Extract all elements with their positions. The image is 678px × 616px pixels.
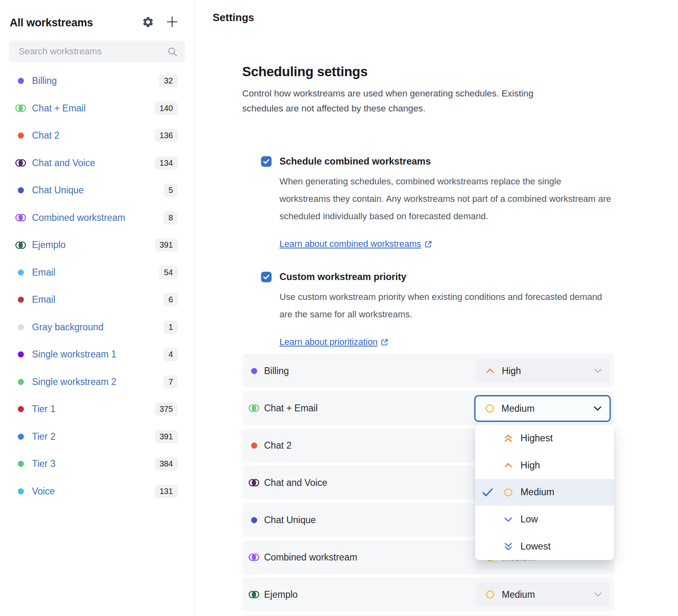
learn-about-prioritization-link[interactable]: Learn about prioritization	[279, 337, 388, 347]
priority-medium-icon	[485, 589, 495, 600]
search-icon	[167, 46, 178, 59]
priority-row-label: Chat + Email	[264, 403, 318, 414]
sidebar-item-ejemplo[interactable]: Ejemplo391	[9, 231, 185, 259]
workstream-color-dot-icon	[15, 459, 27, 469]
link-label: Learn about prioritization	[279, 337, 377, 347]
sidebar-item-label: Chat Unique	[32, 185, 84, 196]
sidebar-item-voice[interactable]: Voice131	[9, 478, 185, 505]
priority-row-label: Chat and Voice	[264, 477, 327, 488]
sidebar-item-label: Tier 1	[32, 404, 55, 415]
link-label: Learn about combined workstreams	[279, 239, 421, 249]
combined-workstream-venn-icon	[248, 552, 260, 562]
priority-option-lowest[interactable]: Lowest	[475, 533, 614, 560]
workstream-count-badge: 5	[164, 184, 178, 197]
setting-schedule-combined-workstreams: Schedule combined workstreams When gener…	[261, 156, 624, 249]
settings-panel: Settings Scheduling settings Control how…	[195, 0, 678, 616]
custom-workstream-priority-checkbox[interactable]	[261, 272, 272, 282]
combined-workstream-venn-icon	[15, 158, 27, 168]
workstream-color-dot-icon	[15, 432, 27, 441]
workstream-count-badge: 391	[155, 430, 178, 443]
priority-select-value: High	[502, 366, 521, 376]
priority-select-value: Medium	[502, 589, 535, 600]
scheduling-settings-section: Scheduling settings Control how workstre…	[242, 0, 614, 616]
workstream-color-dot-icon	[248, 441, 260, 450]
sidebar-item-label: Email	[32, 294, 55, 305]
sidebar-item-single-workstream-1[interactable]: Single workstream 14	[9, 341, 185, 368]
workstream-color-dot-icon	[15, 404, 27, 414]
sidebar-item-tier-3[interactable]: Tier 3384	[9, 450, 185, 478]
priority-highest-icon	[503, 433, 514, 443]
workstream-count-badge: 375	[155, 402, 178, 416]
workstream-list: Billing32Chat + Email140Chat 2136Chat an…	[0, 67, 194, 505]
workstream-count-badge: 140	[155, 102, 178, 115]
setting-custom-workstream-priority: Custom workstream priority Use custom wo…	[261, 272, 624, 347]
checkmark-icon	[482, 488, 494, 497]
sidebar-item-label: Single workstream 1	[32, 349, 116, 360]
plus-icon	[166, 16, 178, 30]
learn-about-combined-workstreams-link[interactable]: Learn about combined workstreams	[279, 239, 432, 249]
sidebar-item-tier-1[interactable]: Tier 1375	[9, 396, 185, 423]
app-window: All workstreams Billing32Chat + Email140…	[0, 0, 678, 616]
workstream-count-badge: 134	[155, 156, 178, 170]
sidebar-item-tier-2[interactable]: Tier 2391	[9, 423, 185, 451]
workstream-color-dot-icon	[15, 76, 27, 86]
workstream-count-badge: 391	[155, 238, 178, 252]
sidebar-header: All workstreams	[0, 0, 194, 29]
setting-description: Use custom workstream priority when exis…	[279, 288, 624, 323]
chevron-down-icon	[594, 368, 602, 373]
search-input[interactable]	[9, 41, 185, 62]
sidebar-item-label: Email	[32, 267, 55, 278]
sidebar-item-chat-and-voice[interactable]: Chat and Voice134	[9, 150, 185, 177]
add-workstream-button[interactable]	[166, 16, 179, 29]
priority-row-label: Chat Unique	[264, 515, 316, 526]
sidebar-item-label: Voice	[32, 486, 55, 497]
priority-dropdown-menu: HighestHighMediumLowLowest	[475, 425, 614, 560]
priority-option-medium[interactable]: Medium	[475, 479, 614, 506]
sidebar-item-chat-unique[interactable]: Chat Unique5	[9, 177, 185, 204]
workstream-count-badge: 7	[164, 375, 178, 389]
sidebar-item-single-workstream-2[interactable]: Single workstream 27	[9, 368, 185, 396]
workstreams-settings-button[interactable]	[141, 16, 154, 29]
workstream-color-dot-icon	[248, 366, 260, 376]
sidebar-item-label: Ejemplo	[32, 240, 66, 250]
schedule-combined-workstreams-checkbox[interactable]	[261, 156, 272, 167]
priority-high-icon	[503, 460, 514, 471]
sidebar-item-billing[interactable]: Billing32	[9, 67, 185, 95]
priority-row-label: Billing	[264, 366, 289, 376]
setting-body: Custom workstream priority Use custom wo…	[279, 272, 624, 347]
sidebar-item-chat-2[interactable]: Chat 2136	[9, 122, 185, 150]
priority-option-label: Highest	[520, 433, 553, 444]
workstream-color-dot-icon	[15, 295, 27, 305]
priority-select-value: Medium	[501, 403, 535, 414]
priority-option-label: Low	[520, 514, 538, 525]
sidebar-item-gray-background[interactable]: Gray background1	[9, 314, 185, 341]
workstream-count-badge: 384	[155, 457, 178, 471]
priority-option-highest[interactable]: Highest	[475, 425, 614, 452]
priority-option-low[interactable]: Low	[475, 506, 614, 533]
priority-row-billing: BillingHigh	[242, 354, 614, 388]
sidebar-item-email[interactable]: Email6	[9, 286, 185, 314]
priority-row-ejemplo: EjemploMedium	[242, 578, 614, 612]
workstream-search	[9, 41, 185, 62]
combined-workstream-venn-icon	[15, 240, 27, 250]
sidebar-item-chat-email[interactable]: Chat + Email140	[9, 95, 185, 122]
sidebar-item-label: Billing	[32, 75, 57, 86]
priority-select-billing[interactable]: High	[476, 359, 610, 383]
external-link-icon	[381, 338, 388, 346]
sidebar-item-label: Chat 2	[32, 130, 60, 141]
priority-row-label: Ejemplo	[264, 589, 298, 600]
priority-row-label: Combined workstream	[264, 552, 357, 563]
workstream-count-badge: 1	[164, 321, 178, 334]
sidebar-item-label: Tier 3	[32, 458, 55, 469]
priority-select-ejemplo[interactable]: Medium	[476, 582, 610, 607]
sidebar-item-combined-workstream[interactable]: Combined workstream8	[9, 204, 185, 232]
priority-option-label: High	[520, 460, 540, 471]
priority-select-chat-email[interactable]: Medium	[474, 395, 611, 422]
combined-workstream-venn-icon	[248, 403, 260, 413]
sidebar-item-label: Combined workstream	[32, 212, 125, 223]
workstream-count-badge: 131	[155, 485, 178, 498]
workstream-color-dot-icon	[15, 350, 27, 359]
sidebar-item-email[interactable]: Email54	[9, 259, 185, 287]
priority-option-high[interactable]: High	[475, 452, 614, 479]
priority-option-label: Medium	[520, 487, 554, 498]
